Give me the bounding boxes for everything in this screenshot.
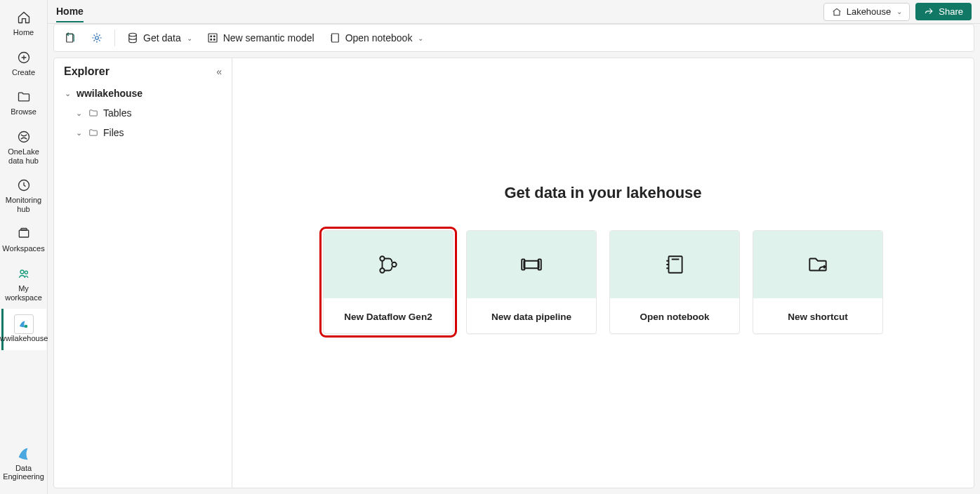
card-label: New shortcut <box>753 298 882 334</box>
shortcut-icon <box>806 253 830 276</box>
nav-my-workspace-label: My workspace <box>3 284 45 302</box>
data-engineering-icon <box>16 446 32 461</box>
refresh-button[interactable] <box>58 29 82 47</box>
nav-workspaces[interactable]: Workspaces <box>1 220 46 260</box>
nav-onelake-label: OneLake data hub <box>3 147 45 165</box>
lakehouse-mode-button[interactable]: Lakehouse ⌄ <box>823 3 911 21</box>
svg-rect-21 <box>522 260 524 270</box>
home-icon <box>16 10 32 25</box>
notebook-icon <box>329 32 341 44</box>
workspaces-icon <box>16 226 32 241</box>
tree-tables[interactable]: ⌄ Tables <box>60 103 226 123</box>
svg-point-12 <box>211 36 212 37</box>
pipeline-icon <box>519 253 543 276</box>
people-icon <box>16 266 32 281</box>
svg-point-9 <box>95 36 99 40</box>
tree-files-label: Files <box>103 127 124 138</box>
card-new-shortcut[interactable]: New shortcut <box>753 230 883 334</box>
svg-rect-20 <box>524 261 538 269</box>
top-bar: Home Lakehouse ⌄ Share <box>48 0 980 24</box>
chevron-down-icon: ⌄ <box>896 8 902 15</box>
folder-icon <box>88 128 99 138</box>
svg-point-13 <box>213 36 215 37</box>
nav-wwilakehouse-label: wwilakehouse <box>0 334 48 343</box>
nav-monitoring[interactable]: Monitoring hub <box>1 172 46 220</box>
nav-workspaces-label: Workspaces <box>2 244 44 253</box>
card-label: Open notebook <box>610 298 739 334</box>
collapse-panel-icon[interactable]: « <box>216 66 222 77</box>
monitor-icon <box>16 178 32 193</box>
toolbar: Get data ⌄ New semantic model Open noteb… <box>53 24 974 52</box>
notebook-icon <box>663 253 687 276</box>
nav-browse-label: Browse <box>11 107 37 116</box>
nav-browse[interactable]: Browse <box>1 84 46 124</box>
content-area: Explorer « ⌄ wwilakehouse ⌄ Tables ⌄ <box>53 58 974 488</box>
card-label: New data pipeline <box>467 298 596 334</box>
svg-point-19 <box>392 262 396 267</box>
tree-root-label: wwilakehouse <box>77 88 143 99</box>
explorer-title: Explorer <box>64 65 110 78</box>
svg-point-7 <box>25 325 28 328</box>
card-new-dataflow-gen2[interactable]: New Dataflow Gen2 <box>323 230 453 334</box>
share-button[interactable]: Share <box>915 3 972 20</box>
tree-files[interactable]: ⌄ Files <box>60 123 226 142</box>
svg-point-15 <box>213 39 215 40</box>
card-new-data-pipeline[interactable]: New data pipeline <box>466 230 597 334</box>
refresh-icon <box>64 32 77 44</box>
nav-create-label: Create <box>12 68 35 77</box>
svg-rect-16 <box>331 34 338 42</box>
onelake-icon <box>16 129 32 145</box>
chevron-down-icon: ⌄ <box>62 89 72 98</box>
tree-root-wwilakehouse[interactable]: ⌄ wwilakehouse <box>60 84 226 103</box>
nav-onelake[interactable]: OneLake data hub <box>1 124 46 172</box>
gear-icon <box>91 32 103 44</box>
new-semantic-model-label: New semantic model <box>223 32 314 44</box>
open-notebook-label: Open notebook <box>345 32 413 44</box>
chevron-down-icon: ⌄ <box>187 34 192 42</box>
tab-home[interactable]: Home <box>56 6 84 22</box>
svg-point-1 <box>18 131 29 142</box>
svg-rect-22 <box>538 260 541 270</box>
canvas-heading: Get data in your lakehouse <box>504 184 701 202</box>
left-nav-rail: Home Create Browse OneLake data hub Moni… <box>0 0 48 494</box>
main-column: Home Lakehouse ⌄ Share <box>48 0 980 494</box>
lakehouse-icon <box>831 6 842 18</box>
nav-data-engineering-label: Data Engineering <box>3 464 45 481</box>
cards-row: New Dataflow Gen2 New data pipeline <box>323 230 883 334</box>
model-icon <box>206 32 219 44</box>
chevron-down-icon: ⌄ <box>418 34 423 42</box>
settings-button[interactable] <box>85 29 109 47</box>
folder-icon <box>16 89 32 105</box>
nav-monitoring-label: Monitoring hub <box>3 196 45 213</box>
nav-my-workspace[interactable]: My workspace <box>1 260 46 309</box>
canvas-area: Get data in your lakehouse New Dataflow … <box>232 58 974 488</box>
svg-point-14 <box>211 39 212 40</box>
plus-circle-icon <box>16 50 32 65</box>
svg-rect-3 <box>19 230 28 237</box>
chevron-down-icon: ⌄ <box>74 128 84 138</box>
folder-icon <box>88 108 99 118</box>
nav-home[interactable]: Home <box>1 4 46 44</box>
svg-point-10 <box>129 33 137 36</box>
tree-tables-label: Tables <box>103 107 131 119</box>
nav-wwilakehouse[interactable]: wwilakehouse <box>1 309 46 350</box>
new-semantic-model-button[interactable]: New semantic model <box>201 29 320 47</box>
card-label: New Dataflow Gen2 <box>324 298 453 334</box>
open-notebook-button[interactable]: Open notebook ⌄ <box>323 29 430 47</box>
svg-point-17 <box>380 256 384 260</box>
svg-point-6 <box>25 271 27 274</box>
toolbar-divider <box>114 29 115 46</box>
share-button-label: Share <box>939 6 963 17</box>
nav-data-engineering[interactable]: Data Engineering <box>1 440 46 488</box>
svg-rect-11 <box>208 34 217 42</box>
nav-create[interactable]: Create <box>1 44 46 84</box>
svg-rect-4 <box>20 229 26 231</box>
lakehouse-mode-label: Lakehouse <box>847 6 892 17</box>
get-data-button[interactable]: Get data ⌄ <box>121 29 198 47</box>
chevron-down-icon: ⌄ <box>74 109 84 118</box>
share-icon <box>924 6 934 17</box>
dataflow-icon <box>376 253 400 276</box>
nav-home-label: Home <box>13 28 34 37</box>
explorer-panel: Explorer « ⌄ wwilakehouse ⌄ Tables ⌄ <box>54 58 232 488</box>
card-open-notebook[interactable]: Open notebook <box>609 230 740 334</box>
